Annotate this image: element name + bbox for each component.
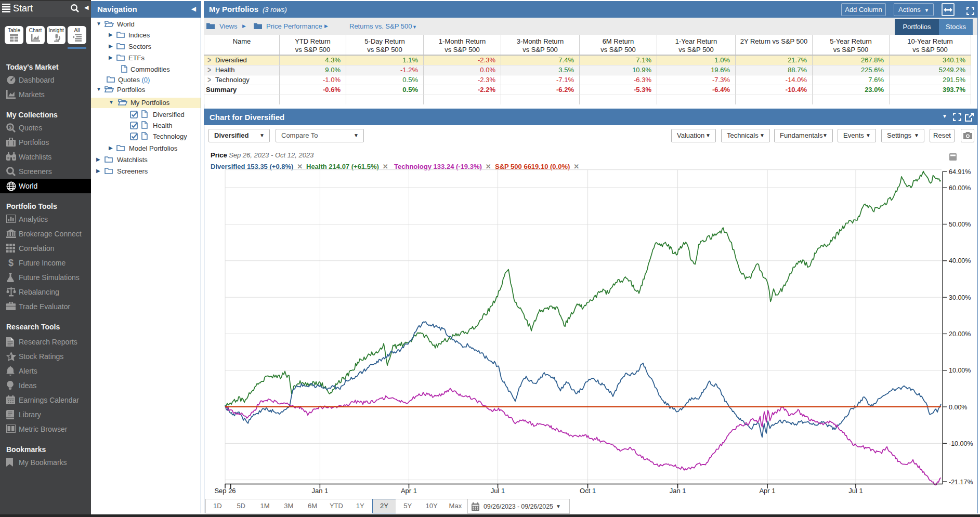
svg-text:Jul 1: Jul 1: [848, 487, 863, 495]
svg-text:10.00%: 10.00%: [949, 367, 971, 374]
svg-text:Jan 1: Jan 1: [670, 487, 686, 495]
svg-text:0.00%: 0.00%: [949, 404, 967, 411]
svg-text:20.00%: 20.00%: [949, 330, 971, 338]
svg-text:Jul 1: Jul 1: [491, 487, 505, 495]
svg-text:Apr 1: Apr 1: [759, 487, 775, 495]
svg-text:Sep 26: Sep 26: [214, 487, 236, 495]
svg-text:Oct 1: Oct 1: [580, 487, 596, 495]
svg-text:-10.00%: -10.00%: [949, 440, 973, 447]
svg-text:40.00%: 40.00%: [949, 257, 971, 264]
svg-text:60.00%: 60.00%: [949, 184, 971, 192]
svg-text:Apr 1: Apr 1: [401, 487, 417, 495]
svg-text:30.00%: 30.00%: [949, 294, 971, 301]
svg-text:Jan 1: Jan 1: [311, 487, 328, 495]
svg-text:50.00%: 50.00%: [949, 221, 971, 228]
svg-text:64.91%: 64.91%: [949, 168, 971, 176]
svg-text:-21.17%: -21.17%: [949, 479, 973, 486]
